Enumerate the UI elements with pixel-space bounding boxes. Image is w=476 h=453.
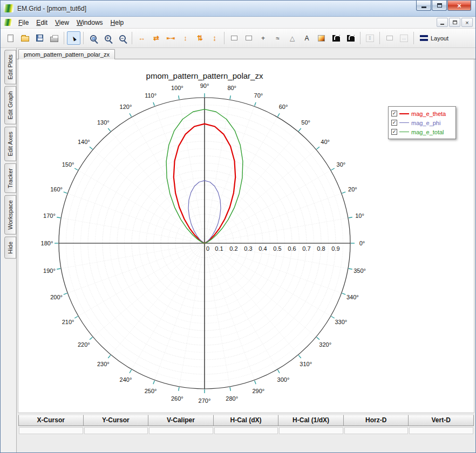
- svg-text:340°: 340°: [346, 294, 359, 300]
- marker-triangle-icon: △: [290, 35, 295, 42]
- zoom-region-rect: [92, 37, 95, 40]
- svg-text:170°: 170°: [43, 212, 56, 219]
- zoom-box-button[interactable]: [86, 31, 100, 45]
- chart-title: pmom_pattern_pattern_polar_zx: [146, 71, 263, 80]
- mdi-close-button[interactable]: ×: [461, 18, 473, 27]
- svg-text:90°: 90°: [200, 83, 209, 89]
- maximize-button[interactable]: [432, 1, 447, 11]
- window-controls: ×: [416, 1, 471, 11]
- legend-label: mag_e_total: [411, 129, 444, 135]
- minimize-button[interactable]: [416, 1, 431, 11]
- svg-text:40°: 40°: [321, 139, 330, 145]
- svg-text:140°: 140°: [78, 139, 90, 145]
- svg-text:180°: 180°: [41, 240, 53, 246]
- side-tab-edit-plots[interactable]: Edit Plots: [4, 50, 16, 84]
- save-file-button[interactable]: [33, 31, 46, 45]
- scroll-x-button[interactable]: ⇄: [149, 31, 163, 45]
- layout-button[interactable]: Layout: [417, 31, 452, 45]
- side-tab-hide[interactable]: Hide: [4, 237, 16, 259]
- svg-text:200°: 200°: [50, 294, 63, 300]
- scroll-y-button[interactable]: ⇅: [193, 31, 207, 45]
- expand-y-icon: ↕: [183, 34, 187, 43]
- svg-text:0.6: 0.6: [288, 245, 296, 252]
- side-tab-workspace[interactable]: Workspace: [4, 195, 16, 235]
- document-area: pmom_pattern_pattern_polar_zx pmom_patte…: [16, 48, 475, 453]
- side-tab-edit-graph[interactable]: Edit Graph: [4, 86, 16, 125]
- zoom-in-icon: +: [105, 35, 111, 42]
- toolbar-separator: [413, 32, 414, 44]
- legend-checkbox-mag_e_total[interactable]: ✓: [391, 129, 397, 135]
- waveform-view-2-icon: [347, 35, 355, 42]
- legend-item-mag_e_total: ✓mag_e_total: [391, 127, 453, 136]
- color-map-button[interactable]: [315, 31, 328, 45]
- legend-checkbox-mag_e_theta[interactable]: ✓: [391, 111, 397, 116]
- menu-windows[interactable]: Windows: [73, 18, 107, 28]
- mdi-minimize-button[interactable]: [437, 18, 448, 27]
- svg-text:20°: 20°: [348, 186, 357, 193]
- cursor-value-cell: [409, 427, 473, 434]
- menu-edit[interactable]: Edit: [32, 18, 51, 28]
- mdi-restore-button[interactable]: [449, 18, 460, 27]
- trace-cursor-button[interactable]: ≈: [271, 31, 284, 45]
- cursor-col-h-cal-1-dx-: H-Cal (1/dX): [278, 415, 344, 426]
- print-button[interactable]: [47, 31, 61, 45]
- open-file-button[interactable]: [18, 31, 32, 45]
- new-file-icon: [8, 35, 13, 42]
- menu-view[interactable]: View: [51, 18, 73, 28]
- menu-items: FileEditViewWindowsHelp: [15, 18, 127, 28]
- svg-text:230°: 230°: [97, 361, 110, 367]
- expand-x-button[interactable]: ↔: [135, 31, 148, 45]
- expand-y-button[interactable]: ↕: [179, 31, 192, 45]
- svg-text:160°: 160°: [50, 186, 63, 193]
- trace-cursor-icon: ≈: [276, 35, 280, 42]
- app-window: EM.Grid - [pmom_tut6d] × FileEditViewWin…: [0, 0, 476, 453]
- select-region-icon: [246, 36, 252, 40]
- side-tab-tracker[interactable]: Tracker: [4, 163, 16, 193]
- legend-checkbox-mag_e_phi[interactable]: ✓: [391, 120, 397, 126]
- new-file-button[interactable]: [4, 31, 17, 45]
- cursor-value-row: [18, 426, 474, 434]
- toolbar: ▲+−↔⇄⇤⇥↕⇅↨+≈△A⇕↔Layout: [1, 29, 475, 48]
- mdi-restore-icon: [453, 20, 457, 24]
- text-annotation-icon: A: [304, 35, 309, 42]
- document-tab[interactable]: pmom_pattern_pattern_polar_zx: [18, 49, 115, 59]
- maximize-icon: [437, 3, 442, 8]
- zoom-box-icon: [90, 35, 97, 42]
- svg-text:30°: 30°: [337, 161, 346, 168]
- crosshair-cursor-button[interactable]: +: [256, 31, 270, 45]
- svg-text:0.5: 0.5: [273, 245, 281, 252]
- print-icon: [50, 37, 58, 42]
- cursor-col-x-cursor: X-Cursor: [18, 415, 84, 426]
- svg-text:270°: 270°: [199, 397, 211, 404]
- menu-file[interactable]: File: [15, 18, 32, 28]
- select-box-button[interactable]: [227, 31, 241, 45]
- toolbar-separator: [224, 32, 225, 44]
- menu-help[interactable]: Help: [107, 18, 128, 28]
- legend-line-sample: [399, 122, 409, 123]
- text-annotation-button[interactable]: A: [300, 31, 314, 45]
- waveform-view-1-button[interactable]: [329, 31, 343, 45]
- title-bar[interactable]: EM.Grid - [pmom_tut6d] ×: [1, 1, 475, 17]
- toolbar-separator: [132, 32, 132, 44]
- select-region-button[interactable]: [242, 31, 255, 45]
- select-box-icon: [231, 36, 237, 40]
- marker-triangle-button[interactable]: △: [285, 31, 299, 45]
- scroll-y-icon: ⇅: [197, 34, 203, 43]
- compress-x-button[interactable]: ⇤⇥: [164, 31, 178, 45]
- fit-vertical-button: ⇕: [363, 31, 377, 45]
- svg-text:100°: 100°: [171, 85, 183, 91]
- expand-x-icon: ↔: [138, 34, 145, 43]
- svg-text:190°: 190°: [43, 267, 56, 274]
- compress-y-icon: ↨: [213, 34, 216, 43]
- svg-text:80°: 80°: [227, 85, 236, 91]
- save-file-icon: [36, 35, 43, 42]
- close-button[interactable]: ×: [447, 1, 471, 11]
- cursor-col-h-cal-dx-: H-Cal (dX): [214, 415, 279, 426]
- zoom-out-button[interactable]: −: [115, 31, 129, 45]
- zoom-in-button[interactable]: +: [101, 31, 114, 45]
- side-tab-edit-axes[interactable]: Edit Axes: [4, 127, 16, 161]
- layout-icon: [420, 35, 428, 41]
- waveform-view-2-button[interactable]: [344, 31, 357, 45]
- pointer-tool-button[interactable]: ▲: [67, 31, 80, 45]
- compress-y-button[interactable]: ↨: [208, 31, 221, 45]
